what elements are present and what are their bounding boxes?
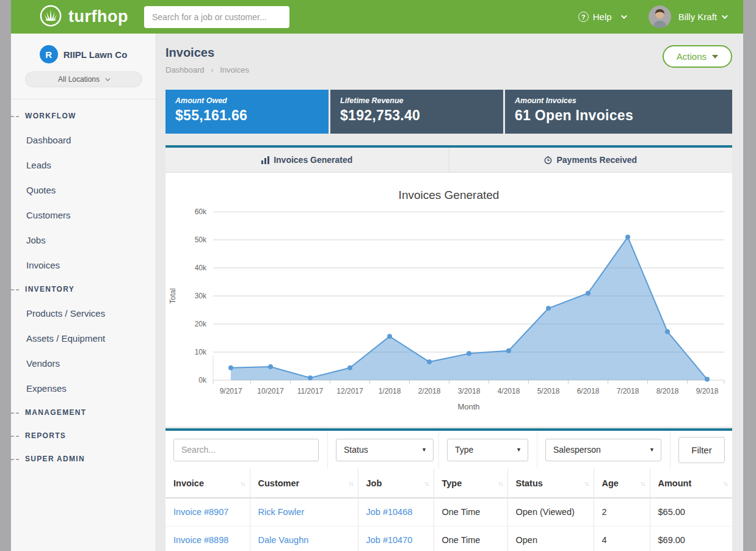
- sidebar-section-management[interactable]: MANAGEMENT: [11, 401, 156, 424]
- invoice-link[interactable]: Invoice #8898: [173, 535, 228, 545]
- sort-icon[interactable]: ↑↓: [424, 480, 429, 487]
- breadcrumb-invoices[interactable]: Invoices: [220, 65, 249, 74]
- column-header-age[interactable]: Age↑↓: [594, 469, 650, 498]
- svg-text:12/2017: 12/2017: [336, 387, 363, 395]
- stat-card-lifetime-revenue: Lifetime Revenue $192,753.40: [330, 90, 503, 134]
- page-title: Invoices: [165, 46, 732, 60]
- caret-down-icon: ▼: [516, 447, 522, 453]
- sidebar-item-invoices[interactable]: Invoices: [11, 253, 156, 278]
- help-icon: ?: [578, 12, 589, 22]
- type-cell: One Time: [434, 498, 507, 526]
- sidebar-item-assets-equipment[interactable]: Assets / Equipment: [11, 326, 156, 351]
- svg-text:8/2018: 8/2018: [656, 387, 679, 395]
- svg-text:1/2018: 1/2018: [379, 387, 401, 395]
- chart-title: Invoices Generated: [165, 173, 732, 202]
- dash-icon: [11, 412, 19, 414]
- sidebar-section-reports[interactable]: REPORTS: [11, 424, 156, 447]
- caret-down-icon: [712, 55, 718, 59]
- svg-text:10k: 10k: [195, 348, 207, 356]
- sidebar-item-dashboard[interactable]: Dashboard: [11, 128, 156, 153]
- salesperson-select[interactable]: Salesperson ▼: [545, 439, 661, 461]
- type-select[interactable]: Type ▼: [447, 439, 528, 461]
- stat-card-amount-owed: Amount Owed $55,161.66: [165, 90, 329, 134]
- breadcrumb-separator-icon: ›: [211, 65, 213, 74]
- sort-icon[interactable]: ↑↓: [349, 480, 353, 487]
- sidebar-section-workflow[interactable]: WORKFLOW: [11, 104, 156, 128]
- filter-bar: Status ▼ Type ▼ Salesperson ▼: [165, 428, 732, 469]
- column-header-amount[interactable]: Amount↑↓: [650, 469, 732, 498]
- tab-invoices-generated[interactable]: Invoices Generated: [165, 148, 449, 172]
- column-header-status[interactable]: Status↑↓: [507, 469, 594, 498]
- sidebar-item-vendors[interactable]: Vendors: [11, 351, 156, 376]
- locations-dropdown[interactable]: All Locations: [25, 71, 142, 87]
- svg-text:Total: Total: [169, 288, 177, 303]
- invoice-link[interactable]: Invoice #8907: [173, 507, 228, 517]
- dash-icon: [11, 459, 19, 460]
- sidebar-item-expenses[interactable]: Expenses: [11, 376, 156, 401]
- company-logo-badge: R: [40, 45, 58, 63]
- main-content: Invoices Dashboard › Invoices Actions Am…: [156, 34, 743, 551]
- status-cell: Open: [507, 526, 594, 551]
- sidebar-item-quotes[interactable]: Quotes: [11, 178, 156, 203]
- breadcrumb-dashboard[interactable]: Dashboard: [165, 65, 205, 74]
- user-avatar[interactable]: [649, 5, 671, 28]
- stats-row: Amount Owed $55,161.66 Lifetime Revenue …: [165, 90, 732, 134]
- sort-icon[interactable]: ↑↓: [641, 480, 645, 487]
- clock-icon: [544, 156, 552, 164]
- app-window: turfhop ? Help Billy Kraft: [11, 0, 743, 551]
- column-header-invoice[interactable]: Invoice↑↓: [165, 469, 250, 498]
- screen-edge-left: [0, 0, 11, 551]
- bar-chart-icon: [261, 156, 269, 164]
- svg-text:5/2018: 5/2018: [537, 387, 560, 395]
- sidebar-item-products-services[interactable]: Products / Services: [11, 301, 156, 326]
- chart-tabs-panel: Invoices Generated Payments Received Inv…: [165, 145, 732, 427]
- sidebar-section-inventory[interactable]: INVENTORY: [11, 278, 156, 301]
- chevron-down-icon: [621, 13, 627, 19]
- help-menu[interactable]: ? Help: [578, 12, 625, 22]
- company-switcher[interactable]: R RIIPL Lawn Co: [11, 34, 156, 63]
- sort-icon[interactable]: ↑↓: [723, 480, 727, 487]
- svg-text:Month: Month: [457, 402, 479, 411]
- svg-text:30k: 30k: [195, 292, 207, 300]
- svg-text:40k: 40k: [195, 264, 207, 272]
- customer-link[interactable]: Rick Fowler: [258, 507, 305, 517]
- stat-value: $192,753.40: [340, 107, 493, 124]
- user-name[interactable]: Billy Kraft: [678, 12, 717, 22]
- global-search-input[interactable]: [144, 6, 289, 28]
- job-link[interactable]: Job #10468: [366, 507, 413, 517]
- column-header-type[interactable]: Type↑↓: [434, 469, 507, 498]
- invoices-generated-chart: 0k10k20k30k40k50k60k9/201710/201711/2017…: [165, 203, 733, 417]
- table-row: Invoice #8898 Dale Vaughn Job #10470 One…: [165, 526, 732, 551]
- filter-button[interactable]: Filter: [678, 437, 725, 463]
- status-select[interactable]: Status ▼: [336, 439, 434, 461]
- sidebar-section-super-admin[interactable]: SUPER ADMIN: [11, 447, 156, 470]
- actions-button[interactable]: Actions: [663, 45, 732, 68]
- stat-value: $55,161.66: [175, 107, 319, 124]
- scrollbar-track[interactable]: [743, 0, 756, 551]
- locations-label: All Locations: [58, 75, 100, 84]
- svg-text:2/2018: 2/2018: [418, 387, 441, 395]
- sidebar-item-jobs[interactable]: Jobs: [11, 228, 156, 253]
- stat-value: 61 Open Invoices: [515, 107, 722, 124]
- turfhop-logo[interactable]: turfhop: [39, 4, 128, 30]
- table-row: Invoice #8907 Rick Fowler Job #10468 One…: [165, 498, 732, 526]
- amount-cell: $69.00: [650, 526, 732, 551]
- chevron-down-icon[interactable]: [722, 13, 728, 19]
- sort-icon[interactable]: ↑↓: [498, 480, 503, 487]
- sort-icon[interactable]: ↑↓: [584, 480, 589, 487]
- table-search-input[interactable]: [173, 439, 319, 461]
- job-link[interactable]: Job #10470: [366, 535, 413, 545]
- sort-icon[interactable]: ↑↓: [241, 480, 245, 487]
- column-header-customer[interactable]: Customer↑↓: [250, 469, 358, 498]
- stat-card-open-invoices: Amount Invoices 61 Open Invoices: [505, 90, 732, 134]
- customer-link[interactable]: Dale Vaughn: [258, 535, 309, 545]
- age-cell: 4: [594, 526, 650, 551]
- sidebar-item-leads[interactable]: Leads: [11, 153, 156, 178]
- dash-icon: [11, 436, 19, 437]
- sidebar-item-customers[interactable]: Customers: [11, 203, 156, 228]
- tab-payments-received[interactable]: Payments Received: [449, 148, 733, 172]
- svg-text:9/2017: 9/2017: [220, 387, 242, 395]
- svg-text:11/2017: 11/2017: [297, 387, 324, 395]
- column-header-job[interactable]: Job↑↓: [358, 469, 434, 498]
- stat-label: Amount Owed: [175, 96, 319, 105]
